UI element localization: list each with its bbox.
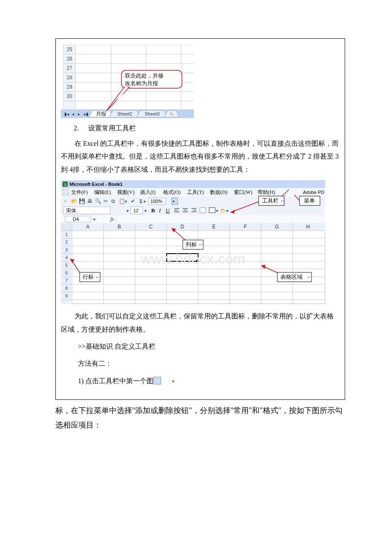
col-G[interactable]: G bbox=[275, 224, 279, 230]
svg-rect-60 bbox=[61, 215, 325, 223]
row-25: 25 bbox=[66, 46, 72, 52]
align-left-icon[interactable] bbox=[174, 207, 179, 213]
merge-icon[interactable] bbox=[200, 208, 206, 213]
svg-text:▾: ▾ bbox=[93, 217, 95, 222]
menu-window[interactable]: 窗口(W) bbox=[234, 189, 252, 195]
menu-edit[interactable]: 编辑(E) bbox=[94, 189, 111, 195]
heading-text: 设置常用工具栏 bbox=[88, 124, 136, 132]
para-link: >>基础知识 自定义工具栏 bbox=[61, 340, 340, 353]
sheet-tab-1[interactable]: 月报 bbox=[96, 111, 106, 117]
menu-format[interactable]: 格式(O) bbox=[163, 189, 181, 195]
label-menubar: 菜单 bbox=[304, 197, 315, 204]
paste-icon[interactable]: 📋 bbox=[119, 198, 125, 204]
row-8[interactable]: 8 bbox=[65, 286, 68, 291]
para-method1-tail: 标，在下拉菜单中选择"添加或删除按钮"，分别选择"常用"和"格式"，按如下图所示… bbox=[55, 403, 345, 432]
row-28: 28 bbox=[66, 75, 72, 81]
svg-rect-64 bbox=[61, 223, 325, 231]
name-box[interactable]: D4 bbox=[73, 217, 79, 222]
italic-icon[interactable]: I bbox=[159, 207, 161, 214]
svg-text:▮◂: ▮◂ bbox=[64, 112, 69, 116]
row-26: 26 bbox=[66, 56, 72, 62]
toolbar-dropdown-icon bbox=[153, 377, 161, 384]
print-icon[interactable]: 🖶 bbox=[87, 198, 92, 204]
autosum-icon[interactable]: Σ bbox=[139, 198, 143, 204]
row-6[interactable]: 6 bbox=[65, 270, 68, 275]
svg-text:▸: ▸ bbox=[78, 112, 80, 116]
copy-icon[interactable]: ⧉ bbox=[111, 198, 115, 204]
svg-text:▾: ▾ bbox=[125, 199, 127, 204]
underline-icon[interactable]: U bbox=[166, 207, 170, 214]
cut-icon[interactable]: ✂ bbox=[104, 198, 108, 204]
menu-view[interactable]: 视图(V) bbox=[117, 189, 135, 195]
menu-tools[interactable]: 工具(T) bbox=[187, 189, 204, 195]
svg-text:↵: ↵ bbox=[281, 199, 284, 203]
save-icon[interactable]: 💾 bbox=[79, 198, 85, 204]
svg-text:▸▮: ▸▮ bbox=[84, 112, 89, 116]
bold-icon[interactable]: B bbox=[151, 207, 155, 214]
row-7[interactable]: 7 bbox=[65, 278, 68, 283]
svg-text:↵: ↵ bbox=[96, 275, 99, 280]
label-toolbar: 工具栏 bbox=[262, 197, 279, 204]
svg-text:▾: ▾ bbox=[127, 208, 129, 213]
sheet-tab-2[interactable]: Sheet2 bbox=[118, 111, 133, 116]
callout-line1: 双击此处，并修 bbox=[125, 72, 164, 79]
callout-line2: 改名称为月报 bbox=[125, 80, 158, 87]
borders-icon[interactable] bbox=[209, 208, 215, 213]
svg-text:◂: ◂ bbox=[72, 112, 74, 116]
para-methods: 方法有二： bbox=[61, 357, 340, 370]
svg-text:▾: ▾ bbox=[144, 199, 146, 204]
row-27: 27 bbox=[66, 65, 72, 71]
control-menu-icon[interactable] bbox=[63, 189, 69, 195]
svg-text:↵: ↵ bbox=[307, 275, 311, 280]
font-size-value[interactable]: 12 bbox=[133, 208, 138, 213]
row-3[interactable]: 3 bbox=[65, 247, 68, 252]
menu-insert[interactable]: 插入(I) bbox=[140, 189, 156, 195]
heading-number: 2. bbox=[74, 124, 88, 132]
heading-toolbars: 2.设置常用工具栏 bbox=[74, 124, 340, 133]
col-H[interactable]: H bbox=[306, 224, 310, 230]
row-1[interactable]: 1 bbox=[65, 232, 68, 237]
method1-lead-text: 1) 点击工具栏中第一个图 bbox=[78, 377, 153, 384]
col-A[interactable]: A bbox=[86, 224, 89, 230]
font-name-value[interactable]: 宋体 bbox=[66, 208, 76, 214]
align-right-icon[interactable] bbox=[191, 207, 196, 213]
col-E[interactable]: E bbox=[212, 224, 216, 230]
col-B[interactable]: B bbox=[118, 224, 121, 230]
row-5[interactable]: 5 bbox=[65, 263, 68, 268]
svg-rect-65 bbox=[61, 223, 72, 231]
col-C[interactable]: C bbox=[149, 224, 153, 230]
preview-icon[interactable]: 🔍 bbox=[95, 198, 101, 204]
open-icon[interactable]: 📂 bbox=[71, 198, 78, 204]
row-9[interactable]: 9 bbox=[65, 293, 68, 298]
sheet-tab-3[interactable]: Sheet3 bbox=[145, 111, 160, 116]
row-4[interactable]: 4 bbox=[65, 255, 68, 260]
col-F[interactable]: F bbox=[244, 224, 247, 230]
svg-text:▾: ▾ bbox=[144, 208, 147, 213]
new-doc-icon[interactable]: ▫ bbox=[64, 198, 66, 204]
fx-icon[interactable]: fx bbox=[110, 216, 114, 222]
menu-help[interactable]: 帮助(H) bbox=[258, 189, 275, 195]
col-D[interactable]: D bbox=[181, 224, 184, 230]
menu-adobe[interactable]: Adobe PD bbox=[303, 190, 324, 195]
format-painter-icon[interactable]: ✔ bbox=[131, 198, 135, 204]
svg-text:▾: ▾ bbox=[226, 208, 228, 213]
watermark: www.bdocx.com bbox=[140, 251, 245, 267]
svg-text:↵: ↵ bbox=[199, 243, 202, 247]
row-29: 29 bbox=[66, 84, 72, 90]
zoom-value[interactable]: 100% bbox=[150, 199, 162, 204]
svg-text:▾: ▾ bbox=[216, 208, 218, 213]
new-sheet-icon[interactable]: ✎ bbox=[170, 111, 174, 117]
row-30: 30 bbox=[66, 93, 72, 99]
para-customize: 为此，我们可以自定义这些工具栏，保留常用的工具图标，删除不常用的，以扩大表格区域… bbox=[61, 310, 340, 336]
title-bar-text: Microsoft Excel - Book1 bbox=[69, 182, 123, 187]
row-2[interactable]: 2 bbox=[65, 240, 68, 245]
label-grid-area: 表格区域 bbox=[280, 274, 303, 280]
menu-file[interactable]: 文件(F) bbox=[71, 189, 88, 195]
label-column-header: 列标 bbox=[186, 241, 197, 248]
align-center-icon[interactable] bbox=[183, 207, 188, 213]
para-method1-lead: 1) 点击工具栏中第一个图 bbox=[61, 375, 340, 387]
figure-excel-window: X Microsoft Excel - Book1 文件(F) 编辑(E) 视图… bbox=[61, 180, 340, 304]
menu-data[interactable]: 数据(D) bbox=[210, 189, 228, 195]
svg-text:X: X bbox=[64, 182, 67, 187]
para-toolbars-intro: 在 Excel 的工具栏中，有很多快捷的工具图标，制作表格时，可以直接点击这些图… bbox=[61, 137, 340, 176]
